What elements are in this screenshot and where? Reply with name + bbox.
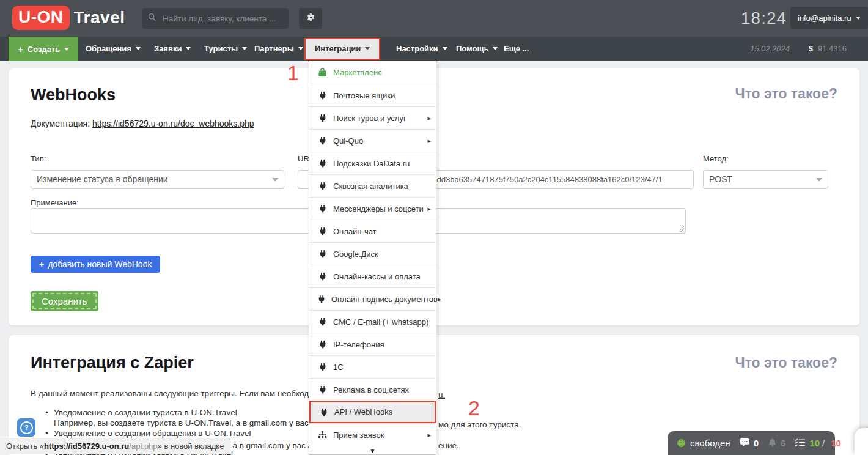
- tasks-counter[interactable]: 10 / 10: [795, 438, 841, 449]
- menu-scroll-down-icon[interactable]: ▼: [309, 446, 436, 455]
- menu-item[interactable]: Google.Диск: [309, 242, 436, 265]
- clock: 18:24: [741, 9, 787, 28]
- menu-item[interactable]: Прием заявок▸: [309, 423, 436, 446]
- page-title: WebHooks: [31, 86, 116, 105]
- type-label: Тип:: [31, 154, 46, 163]
- plug-icon: [317, 159, 328, 168]
- intro-link-fragment[interactable]: u.: [438, 390, 445, 399]
- plug-icon: [317, 182, 328, 190]
- main-navbar: + Создать ОбращенияЗаявкиТуристыПартнеры…: [0, 37, 868, 61]
- nav-item-еще-[interactable]: Еще ...: [504, 38, 529, 60]
- menu-item[interactable]: 1С: [309, 355, 436, 378]
- nav-item-партнеры[interactable]: Партнеры: [254, 38, 303, 60]
- documentation-link[interactable]: https://id56729.u-on.ru/doc_webhooks.php: [92, 119, 254, 128]
- submenu-arrow-icon: ▸: [438, 295, 441, 303]
- menu-item[interactable]: Онлайн-кассы и оплата: [309, 265, 436, 287]
- desc-fragment: мо для этого туриста.: [438, 420, 521, 429]
- nav-item-туристы[interactable]: Туристы: [204, 38, 247, 60]
- annotation-step-2: 2: [468, 396, 480, 420]
- annotation-step-1: 1: [287, 61, 299, 85]
- method-select[interactable]: POST: [703, 170, 828, 189]
- question-icon: ?: [20, 421, 33, 434]
- trigger-desc: Например, вы создаете туриста в U-ON.Tra…: [54, 418, 342, 428]
- user-status[interactable]: свободен: [677, 438, 730, 448]
- account-menu[interactable]: info@apinita.ru: [790, 7, 868, 29]
- type-select[interactable]: Изменение статуса в обращении: [31, 170, 284, 189]
- chevron-down-icon: [136, 47, 141, 53]
- add-webhook-button[interactable]: +добавить новый WebHook: [31, 256, 160, 273]
- documentation-line: Документация: https://id56729.u-on.ru/do…: [31, 119, 254, 128]
- plus-icon: +: [18, 44, 23, 54]
- nav-item-обращения[interactable]: Обращения: [86, 38, 141, 60]
- menu-item[interactable]: Подсказки DaData.ru: [309, 152, 436, 174]
- status-bar: свободен 0 6 10 / 10: [668, 431, 835, 455]
- menu-item[interactable]: Мессенджеры и соцсети▸: [309, 197, 436, 220]
- what-is-this-link[interactable]: Что это такое?: [735, 86, 837, 102]
- nav-item-заявки[interactable]: Заявки: [154, 38, 191, 60]
- what-is-this-link[interactable]: Что это такое?: [735, 355, 837, 371]
- chat-widget-corner[interactable]: [855, 428, 868, 455]
- submenu-arrow-icon: ▸: [427, 431, 431, 439]
- menu-item[interactable]: Онлайн-чат: [309, 220, 436, 242]
- uon-travel-logo[interactable]: U-ON Travel: [12, 6, 125, 30]
- menu-item[interactable]: СМС / E-mail (+ whatsapp): [309, 310, 436, 333]
- list-item: Уведомление о создании туриста в U-ON.Tr…: [54, 407, 342, 428]
- status-dot-icon: [677, 439, 685, 447]
- save-button[interactable]: Сохранить: [31, 291, 98, 311]
- help-button[interactable]: ?: [17, 418, 35, 437]
- resize-handle-icon[interactable]: [679, 226, 684, 232]
- method-label: Метод:: [703, 154, 729, 163]
- menu-item[interactable]: Поиск туров и услуг▸: [309, 106, 436, 129]
- zapier-intro: В данный момент реализованы следующие тр…: [31, 389, 348, 398]
- menu-item[interactable]: Qui-Quo▸: [309, 129, 436, 152]
- chevron-down-icon: [856, 17, 861, 22]
- global-search[interactable]: [142, 8, 289, 29]
- plug-icon: [317, 363, 328, 371]
- page: U-ON Travel 18:24 info@apinita.ru + Созд…: [0, 0, 868, 455]
- chevron-down-icon: [443, 47, 447, 53]
- chevron-down-icon: [64, 48, 69, 53]
- plug-icon: [317, 250, 328, 258]
- nav-item-интеграции[interactable]: Интеграции: [304, 38, 380, 60]
- search-input[interactable]: [161, 13, 280, 24]
- plug-icon: [317, 317, 328, 326]
- chevron-down-icon: [298, 47, 303, 53]
- quick-settings-button[interactable]: [299, 8, 322, 29]
- create-button[interactable]: + Создать: [9, 37, 78, 61]
- logo-primary: U-ON: [12, 6, 70, 30]
- menu-item[interactable]: Почтовые ящики: [309, 84, 436, 106]
- browser-link-tooltip: Открыть «https://id56729.u-on.ru/api.php…: [0, 438, 230, 454]
- chevron-down-icon: [186, 47, 191, 53]
- menu-item[interactable]: Сквозная аналитика: [309, 174, 436, 197]
- bell-icon: [768, 438, 777, 449]
- zapier-title: Интеграция с Zapier: [31, 353, 194, 372]
- task-list-icon: [795, 438, 806, 449]
- submenu-arrow-icon: ▸: [427, 205, 431, 213]
- trigger-link-lead[interactable]: Уведомление о создании обращения в U-ON.…: [54, 429, 251, 438]
- chat-icon: [740, 438, 750, 449]
- plug-icon: [317, 385, 328, 394]
- search-icon: [148, 13, 156, 24]
- nav-item-настройки[interactable]: Настройки: [396, 38, 447, 60]
- menu-item[interactable]: API / WebHooks: [309, 401, 436, 423]
- chevron-down-icon: [365, 47, 370, 53]
- note-label: Примечание:: [31, 198, 79, 207]
- menu-item[interactable]: Реклама в соц.сетях: [309, 378, 436, 401]
- account-email: info@apinita.ru: [798, 13, 851, 23]
- plug-icon: [317, 204, 328, 213]
- dollar-icon: $: [809, 44, 813, 53]
- trigger-link-tourist[interactable]: Уведомление о создании туриста в U-ON.Tr…: [54, 408, 237, 417]
- nav-item-помощь[interactable]: Помощь: [456, 38, 498, 60]
- menu-item[interactable]: IP-телефония: [309, 333, 436, 355]
- menu-item[interactable]: Онлайн-подпись документов▸: [309, 287, 436, 310]
- notifications-counter[interactable]: 6: [768, 438, 785, 449]
- plug-icon: [318, 408, 329, 416]
- integrations-dropdown: МаркетплейсПочтовые ящикиПоиск туров и у…: [309, 61, 436, 455]
- chat-counter[interactable]: 0: [740, 438, 759, 449]
- plug-icon: [317, 227, 328, 235]
- desc-fragment: ение.: [438, 441, 459, 450]
- plug-icon: [317, 136, 328, 145]
- bag-icon: [317, 68, 328, 77]
- current-date: 15.02.2024: [750, 37, 790, 61]
- menu-item[interactable]: Маркетплейс: [309, 61, 436, 84]
